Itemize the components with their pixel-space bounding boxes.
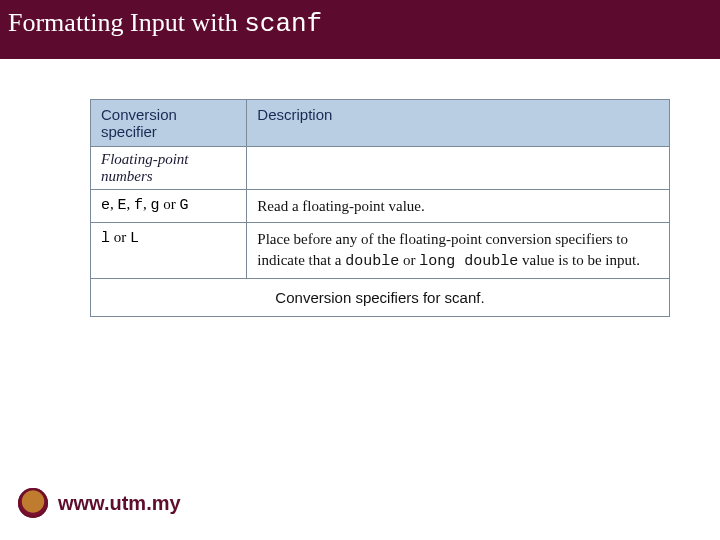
- title-bar: Formatting Input with scanf: [0, 0, 720, 59]
- utm-logo-icon: [18, 488, 48, 518]
- desc-cell: Place before any of the floating-point c…: [247, 223, 670, 279]
- header-description: Description: [247, 100, 670, 147]
- desc-cell: Read a floating-point value.: [247, 190, 670, 223]
- desc-keyword: long double: [419, 253, 518, 270]
- table-container: Conversion specifier Description Floatin…: [0, 59, 720, 317]
- spec-token: E: [118, 197, 127, 214]
- spec-token: g: [151, 197, 160, 214]
- specifier-table: Conversion specifier Description Floatin…: [90, 99, 670, 317]
- caption-row: Conversion specifiers for scanf.: [91, 278, 670, 316]
- spec-sep: ,: [127, 196, 135, 212]
- table-row: e, E, f, g or G Read a floating-point va…: [91, 190, 670, 223]
- section-label: Floating-point numbers: [91, 147, 247, 190]
- spec-token: L: [130, 230, 139, 247]
- footer-url: www.utm.my: [58, 492, 181, 515]
- table-row: l or L Place before any of the floating-…: [91, 223, 670, 279]
- section-row: Floating-point numbers: [91, 147, 670, 190]
- desc-text: or: [399, 252, 419, 268]
- table-header-row: Conversion specifier Description: [91, 100, 670, 147]
- spec-token: l: [101, 230, 110, 247]
- spec-sep: ,: [143, 196, 151, 212]
- header-conversion-specifier: Conversion specifier: [91, 100, 247, 147]
- spec-cell: e, E, f, g or G: [91, 190, 247, 223]
- spec-cell: l or L: [91, 223, 247, 279]
- spec-token: G: [180, 197, 189, 214]
- desc-keyword: double: [345, 253, 399, 270]
- title-code: scanf: [244, 9, 322, 39]
- spec-token: e: [101, 197, 110, 214]
- title-prefix: Formatting Input with: [8, 8, 244, 37]
- section-empty: [247, 147, 670, 190]
- table-caption: Conversion specifiers for scanf.: [91, 278, 670, 316]
- spec-token: f: [134, 197, 143, 214]
- spec-sep: ,: [110, 196, 118, 212]
- spec-sep: or: [160, 196, 180, 212]
- slide-title: Formatting Input with scanf: [8, 8, 322, 37]
- desc-text: value is to be input.: [518, 252, 640, 268]
- spec-sep: or: [110, 229, 130, 245]
- footer: www.utm.my: [18, 488, 181, 518]
